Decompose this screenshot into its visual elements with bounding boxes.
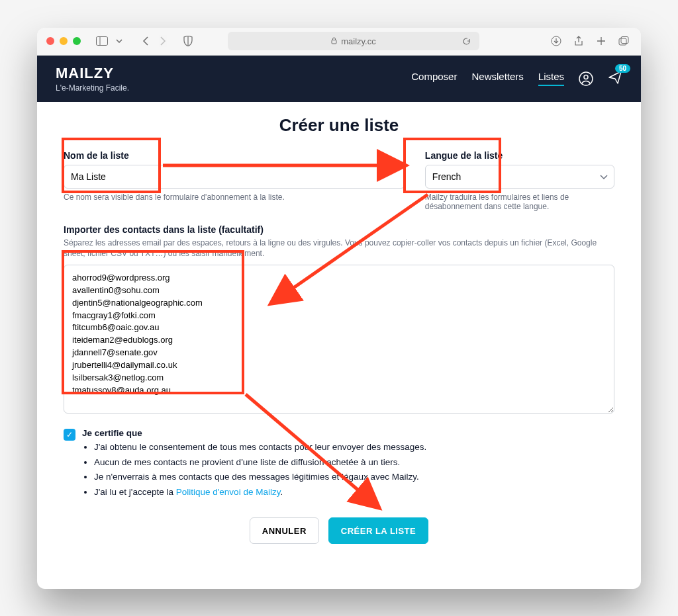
nav-listes[interactable]: Listes: [538, 71, 564, 86]
import-label: Importer des contacts dans la liste (fac…: [64, 224, 614, 235]
svg-rect-2: [332, 40, 336, 44]
import-help: Séparez les adresses email par des espac…: [64, 238, 614, 260]
svg-rect-0: [97, 37, 108, 46]
send-badge: 50: [615, 64, 630, 73]
back-button[interactable]: [138, 33, 154, 49]
brand-tagline: L'e-Marketing Facile.: [56, 83, 129, 93]
cancel-button[interactable]: ANNULER: [250, 517, 319, 544]
nav-newsletters[interactable]: Newsletters: [471, 71, 523, 86]
maximize-window-button[interactable]: [73, 37, 81, 45]
reload-icon[interactable]: [458, 33, 474, 49]
consent-list: J'ai obtenu le consentement de tous mes …: [82, 441, 426, 498]
consent-item: J'ai obtenu le consentement de tous mes …: [94, 441, 426, 454]
consent-item: Aucun de mes contacts ne provient d'une …: [94, 456, 426, 469]
nav-composer[interactable]: Composer: [411, 71, 457, 86]
lock-icon: [331, 37, 337, 46]
consent-item: J'ai lu et j'accepte la Politique d'envo…: [94, 486, 426, 499]
list-lang-select[interactable]: [425, 165, 614, 189]
shield-icon[interactable]: [180, 33, 196, 49]
browser-window: mailzy.cc MAILZY L'e-Marketing Facile.: [37, 28, 641, 589]
tabs-overview-icon[interactable]: [616, 33, 632, 49]
consent-title: Je certifie que: [82, 428, 426, 438]
list-name-input[interactable]: [64, 165, 405, 189]
account-icon[interactable]: [579, 71, 593, 86]
titlebar: mailzy.cc: [37, 28, 641, 56]
sidebar-toggle-icon[interactable]: [94, 33, 110, 49]
svg-rect-4: [619, 38, 626, 45]
close-window-button[interactable]: [46, 37, 54, 45]
forward-button[interactable]: [155, 33, 171, 49]
list-lang-help: Mailzy traduira les formulaires et liens…: [425, 193, 614, 211]
url-text: mailzy.cc: [341, 36, 375, 46]
brand-name: MAILZY: [56, 65, 129, 82]
new-tab-icon[interactable]: [593, 33, 609, 49]
svg-point-7: [584, 75, 588, 79]
create-list-button[interactable]: CRÉER LA LISTE: [328, 517, 428, 544]
send-icon[interactable]: 50: [608, 70, 622, 87]
list-name-help: Ce nom sera visible dans le formulaire d…: [64, 193, 405, 202]
url-bar[interactable]: mailzy.cc: [228, 32, 479, 50]
import-textarea[interactable]: [64, 265, 614, 414]
consent-item: Je n'enverrais à mes contacts que des me…: [94, 470, 426, 484]
svg-rect-5: [621, 37, 628, 44]
minimize-window-button[interactable]: [60, 37, 68, 45]
list-name-label: Nom de la liste: [64, 150, 405, 161]
list-lang-label: Langue de la liste: [425, 150, 614, 161]
page-title: Créer une liste: [64, 115, 614, 136]
policy-link[interactable]: Politique d'envoi de Mailzy: [176, 487, 281, 497]
page-content: Créer une liste Nom de la liste Ce nom s…: [37, 102, 641, 589]
brand[interactable]: MAILZY L'e-Marketing Facile.: [56, 65, 129, 93]
consent-checkbox[interactable]: ✓: [64, 429, 75, 441]
chevron-down-icon[interactable]: [111, 33, 127, 49]
share-icon[interactable]: [571, 33, 587, 49]
app-header: MAILZY L'e-Marketing Facile. Composer Ne…: [37, 56, 641, 102]
window-controls: [46, 37, 81, 45]
main-nav: Composer Newsletters Listes 50: [411, 70, 622, 87]
download-icon[interactable]: [548, 33, 564, 49]
